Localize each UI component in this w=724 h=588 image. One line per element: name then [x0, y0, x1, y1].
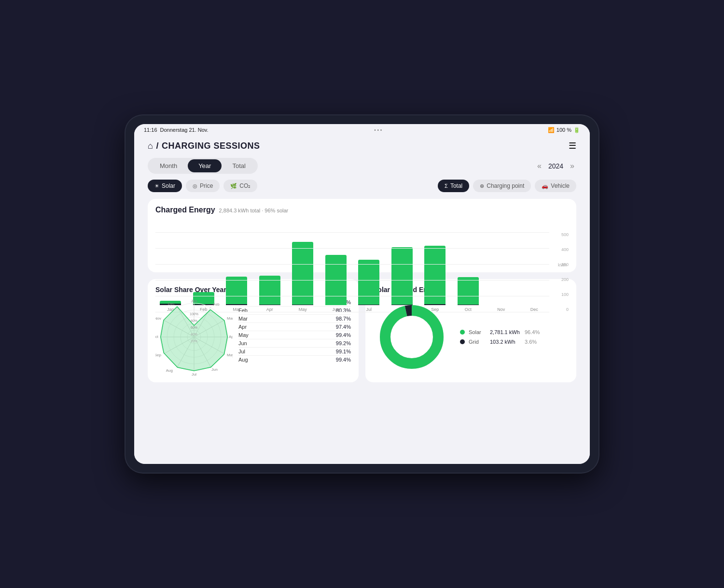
top-nav: ⌂ / CHARGING SESSIONS ☰: [148, 140, 576, 151]
status-date: Donnerstag 21. Nov.: [160, 127, 209, 133]
y-label-0: 0: [561, 307, 569, 312]
filter-co2-label: CO₂: [239, 182, 251, 189]
tab-row: Month Year Total « 2024 »: [148, 158, 576, 174]
bar-label-oct: Oct: [465, 307, 472, 312]
svg-text:Mar: Mar: [227, 316, 233, 321]
solar-table-row: May99.4%: [238, 331, 351, 339]
tab-year[interactable]: Year: [188, 159, 222, 172]
bar-label-jul: Jul: [366, 307, 372, 312]
filter-charging-point-label: Charging point: [487, 182, 524, 189]
bar-label-nov: Nov: [497, 307, 505, 312]
donut-legend: Solar 2,781.1 kWh 96.4% Grid 103.2 kWh 3…: [460, 329, 540, 345]
svg-text:Oct: Oct: [155, 335, 159, 339]
filter-price[interactable]: ◎ Price: [186, 180, 220, 192]
charged-energy-card: Charged Energy 2,884.3 kWh total · 96% s…: [148, 199, 576, 272]
year-display: 2024: [548, 162, 563, 170]
bar-solar-may: [292, 242, 313, 305]
solar-month-label: Apr: [238, 324, 247, 330]
bar-col-jun: Jun: [321, 230, 351, 312]
svg-text:Jan: Jan: [191, 299, 197, 303]
solar-month-pct: 97.4%: [336, 324, 351, 330]
filter-solar-label: Solar: [162, 182, 175, 189]
donut-solar-dot: [460, 330, 465, 335]
charged-energy-subtitle: 2,884.3 kWh total · 96% solar: [219, 208, 289, 213]
solar-month-label: Jul: [238, 349, 245, 354]
svg-text:Jul: Jul: [192, 372, 196, 376]
charging-icon: ⊕: [480, 183, 484, 189]
bar-col-may: May: [288, 230, 318, 312]
donut-grid-dot: [460, 339, 465, 344]
donut-chart: [373, 298, 450, 376]
filter-left: ☀ Solar ◎ Price 🌿 CO₂: [148, 180, 257, 192]
tablet-frame: 11:16 Donnerstag 21. Nov. • • • 📶 100 % …: [125, 115, 599, 473]
bar-solar-sep: [424, 246, 446, 304]
svg-text:Dec: Dec: [168, 302, 175, 306]
solar-month-pct: 99.1%: [336, 349, 351, 354]
donut-grid-pct: 3.6%: [525, 339, 537, 345]
tab-total[interactable]: Total: [222, 159, 256, 172]
year-next-button[interactable]: »: [568, 162, 576, 170]
status-left: 11:16 Donnerstag 21. Nov.: [144, 127, 209, 133]
svg-text:100%: 100%: [190, 312, 198, 316]
solar-table-row: Jun99.2%: [238, 339, 351, 348]
breadcrumb-separator: /: [156, 141, 159, 151]
svg-text:Apr: Apr: [229, 335, 233, 339]
tablet-screen: 11:16 Donnerstag 21. Nov. • • • 📶 100 % …: [134, 124, 590, 464]
filter-solar[interactable]: ☀ Solar: [148, 180, 182, 192]
tab-month[interactable]: Month: [149, 159, 188, 172]
donut-solar-label: Solar: [469, 329, 486, 335]
status-bar: 11:16 Donnerstag 21. Nov. • • • 📶 100 % …: [134, 124, 590, 136]
filter-total-label: Total: [450, 182, 462, 189]
filter-vehicle[interactable]: 🚗 Vehicle: [535, 180, 576, 192]
y-label-400: 400: [561, 247, 569, 252]
bar-grid-may: [292, 305, 313, 305]
filter-co2[interactable]: 🌿 CO₂: [223, 180, 257, 192]
year-nav: « 2024 »: [535, 162, 576, 170]
charged-energy-header: Charged Energy 2,884.3 kWh total · 96% s…: [155, 206, 569, 216]
donut-solar-item: Solar 2,781.1 kWh 96.4%: [460, 329, 540, 335]
radar-container: Jan Feb Mar Apr May Jun Jul Aug Sep Oct: [155, 298, 233, 376]
battery-level: 100 %: [557, 127, 571, 133]
y-label-200: 200: [561, 277, 569, 282]
bar-col-dec: Dec: [519, 230, 550, 312]
donut-container: [373, 298, 450, 376]
y-label-100: 100: [561, 292, 569, 297]
svg-text:80%: 80%: [191, 319, 197, 322]
solar-month-pct: 99.4%: [336, 357, 351, 363]
home-icon[interactable]: ⌂: [148, 141, 153, 151]
bar-col-oct: Oct: [453, 230, 484, 312]
solar-table-row: Apr97.4%: [238, 323, 351, 331]
svg-text:20%: 20%: [191, 339, 197, 343]
bar-label-may: May: [299, 307, 307, 312]
svg-text:Feb: Feb: [213, 302, 220, 307]
radar-chart: Jan Feb Mar Apr May Jun Jul Aug Sep Oct: [155, 298, 233, 376]
svg-text:Jun: Jun: [211, 367, 218, 372]
year-prev-button[interactable]: «: [535, 162, 543, 170]
svg-text:Aug: Aug: [166, 368, 173, 373]
donut-solar-kwh: 2,781.1 kWh: [490, 329, 521, 335]
solar-month-label: May: [238, 332, 249, 338]
filter-charging-point[interactable]: ⊕ Charging point: [473, 180, 531, 192]
tab-group: Month Year Total: [148, 158, 258, 174]
filter-price-label: Price: [200, 182, 213, 189]
sigma-icon: Σ: [445, 183, 448, 189]
bar-solar-jun: [325, 255, 347, 305]
menu-icon[interactable]: ☰: [569, 140, 576, 151]
bar-grid-apr: [259, 305, 280, 305]
solar-month-pct: 99.4%: [336, 332, 351, 338]
status-dots: • • •: [374, 127, 382, 133]
svg-text:60%: 60%: [191, 326, 197, 329]
bar-solar-oct: [458, 277, 479, 305]
bar-label-dec: Dec: [530, 307, 538, 312]
filter-total[interactable]: Σ Total: [438, 180, 469, 192]
filter-right: Σ Total ⊕ Charging point 🚗 Vehicle: [438, 180, 576, 192]
svg-text:Nov: Nov: [155, 316, 161, 321]
y-labels: 500 400 300 200 100 0: [561, 232, 569, 312]
filter-vehicle-label: Vehicle: [551, 182, 570, 189]
bar-grid-oct: [458, 305, 479, 305]
status-time: 11:16: [144, 127, 157, 133]
solar-month-label: Mar: [238, 316, 248, 322]
status-right: 📶 100 % 🔋: [548, 127, 580, 133]
y-label-300: 300: [561, 262, 569, 267]
bar-solar-apr: [259, 276, 280, 305]
